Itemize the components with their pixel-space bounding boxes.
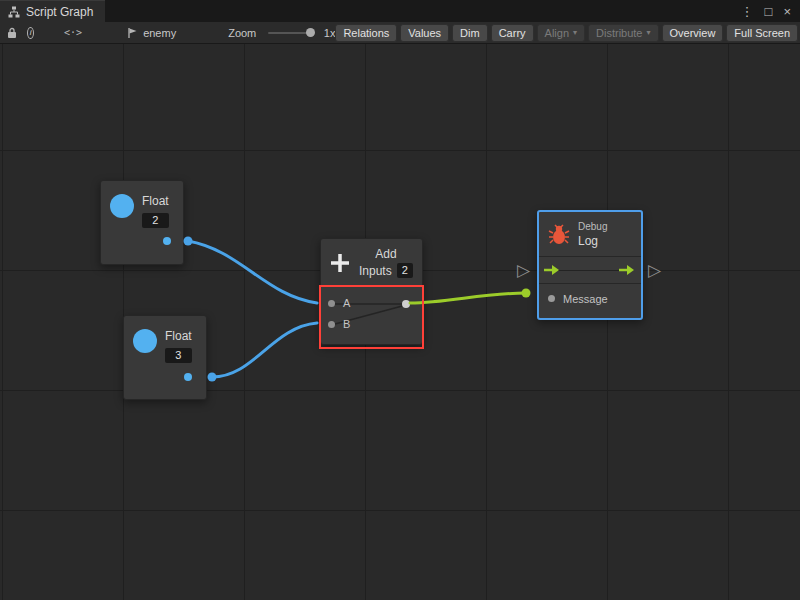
debug-node-header: Debug Log (539, 212, 641, 256)
node-subtitle: Inputs (359, 264, 392, 278)
relations-button[interactable]: Relations (335, 24, 397, 42)
tab-script-graph[interactable]: Script Graph (0, 0, 105, 22)
node-float-b[interactable]: Float 3 (123, 315, 207, 400)
values-button[interactable]: Values (400, 24, 449, 42)
align-dropdown[interactable]: Align ▾ (537, 24, 585, 42)
add-node-header: Add Inputs 2 (321, 239, 422, 286)
port-b-label: B (343, 318, 350, 330)
zoom-label: Zoom (228, 27, 256, 39)
message-port-label: Message (563, 293, 608, 305)
dim-button[interactable]: Dim (452, 24, 488, 42)
float-output-port[interactable] (163, 237, 171, 245)
node-float-a[interactable]: Float 2 (100, 180, 184, 265)
float-output-port[interactable] (184, 373, 192, 381)
zoom-slider-handle[interactable] (306, 28, 315, 37)
float-value-field[interactable]: 2 (142, 213, 169, 228)
carry-button[interactable]: Carry (491, 24, 534, 42)
node-add[interactable]: Add Inputs 2 A B (320, 238, 423, 345)
message-port-row: Message (539, 284, 641, 314)
kebab-menu-icon[interactable]: ⋮ (741, 5, 754, 18)
input-port-b[interactable] (328, 321, 335, 328)
node-debug-log[interactable]: Debug Log Message (537, 210, 643, 320)
toolbar-buttons: Relations Values Dim Carry Align ▾ Distr… (335, 24, 798, 42)
overview-button[interactable]: Overview (662, 24, 724, 42)
close-icon[interactable]: × (783, 5, 791, 18)
bug-icon (548, 224, 570, 245)
graph-toolbar: i <·> enemy Zoom 1x Relations Values Dim… (0, 22, 800, 44)
chevron-down-icon: ▾ (647, 29, 651, 37)
tab-title: Script Graph (26, 5, 93, 19)
message-input-port[interactable] (548, 295, 555, 302)
wire-endpoint-dot (208, 373, 217, 382)
code-view-icon[interactable]: <·> (64, 27, 82, 38)
info-icon[interactable]: i (27, 27, 34, 39)
float-type-icon (110, 194, 134, 218)
input-count-field[interactable]: 2 (397, 263, 413, 278)
graph-reference[interactable]: enemy (127, 27, 176, 39)
zoom-slider[interactable] (268, 32, 315, 34)
relation-lines (321, 287, 424, 344)
float-type-icon (133, 329, 157, 353)
node-category: Debug (578, 221, 607, 232)
port-a-label: A (343, 297, 350, 309)
node-title: Log (578, 234, 607, 248)
sum-output-port[interactable] (402, 300, 410, 308)
flow-ports-row (539, 257, 641, 283)
wire-endpoint-dot (522, 289, 531, 298)
relation-line (557, 270, 621, 271)
wire-add-to-debug (410, 293, 526, 303)
add-node-ports: A B (321, 287, 422, 344)
window-controls: ⋮ □ × (741, 0, 800, 22)
input-port-a[interactable] (328, 300, 335, 307)
float-value-field[interactable]: 3 (165, 348, 192, 363)
node-title: Float (142, 194, 169, 208)
wire-endpoint-dot (184, 237, 193, 246)
flow-out-triangle-icon[interactable]: ▷ (648, 262, 661, 279)
script-asset-icon (127, 27, 138, 39)
lock-icon[interactable] (7, 27, 17, 39)
graph-icon (8, 6, 20, 18)
flow-in-triangle-icon[interactable]: ▷ (517, 262, 530, 279)
flow-input-arrow-icon[interactable] (544, 264, 560, 276)
wire-float-b-to-add (212, 323, 317, 377)
wire-float-a-to-add (188, 241, 317, 303)
node-title: Float (165, 329, 192, 343)
plus-icon (328, 251, 352, 275)
distribute-dropdown[interactable]: Distribute ▾ (588, 24, 658, 42)
node-title: Add (375, 247, 396, 261)
full-screen-button[interactable]: Full Screen (726, 24, 798, 42)
title-bar: Script Graph ⋮ □ × (0, 0, 800, 22)
graph-canvas[interactable]: Float 2 Float 3 Add Inputs 2 (0, 44, 800, 600)
graph-name: enemy (143, 27, 176, 39)
zoom-value: 1x (324, 27, 336, 39)
flow-output-arrow-icon[interactable] (619, 264, 635, 276)
chevron-down-icon: ▾ (573, 29, 577, 37)
maximize-icon[interactable]: □ (765, 5, 773, 18)
